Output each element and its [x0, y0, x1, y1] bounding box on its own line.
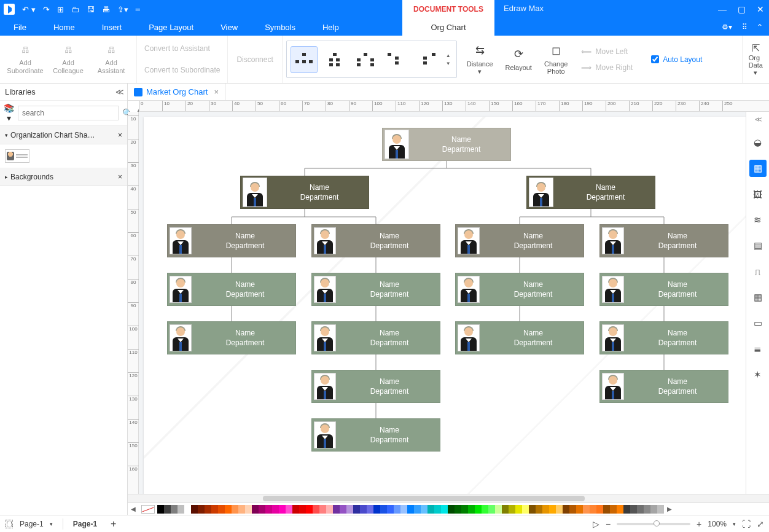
menu-symbols[interactable]: Symbols — [251, 23, 309, 32]
color-swatch[interactable] — [434, 505, 441, 514]
disconnect-button[interactable]: Disconnect — [228, 36, 282, 83]
color-swatch[interactable] — [259, 505, 265, 514]
color-swatch[interactable] — [387, 505, 394, 514]
qat-more-icon[interactable]: ═ — [136, 6, 140, 13]
org-node[interactable]: NameDepartment — [382, 128, 511, 161]
color-swatch[interactable] — [279, 505, 286, 514]
color-swatch[interactable] — [529, 505, 536, 514]
color-swatch[interactable] — [468, 505, 475, 514]
color-swatch[interactable] — [637, 505, 644, 514]
color-swatch[interactable] — [394, 505, 400, 514]
color-swatch[interactable] — [556, 505, 563, 514]
org-node[interactable]: NameDepartment — [240, 176, 369, 209]
color-swatch[interactable] — [536, 505, 542, 514]
menu-page-layout[interactable]: Page Layout — [135, 23, 207, 32]
colorbar-scroll-right[interactable]: ▶ — [664, 506, 675, 512]
color-swatch[interactable] — [421, 505, 427, 514]
color-swatch[interactable] — [610, 505, 617, 514]
zoom-slider[interactable] — [617, 523, 690, 525]
color-swatch[interactable] — [427, 505, 434, 514]
color-swatch[interactable] — [630, 505, 637, 514]
colorbar-scroll-left[interactable]: ◀ — [128, 506, 139, 512]
color-swatch[interactable] — [495, 505, 502, 514]
layout-option-2[interactable] — [321, 46, 348, 73]
color-swatch[interactable] — [549, 505, 556, 514]
color-swatch[interactable] — [191, 505, 198, 514]
menu-file[interactable]: File — [0, 23, 40, 32]
color-swatch[interactable] — [225, 505, 232, 514]
distance-button[interactable]: ⇆Distance▾ — [461, 36, 499, 83]
menu-home[interactable]: Home — [40, 23, 88, 32]
color-swatch[interactable] — [596, 505, 603, 514]
gallery-scroll[interactable]: ▲▼ — [444, 53, 453, 66]
color-swatch[interactable] — [313, 505, 319, 514]
color-swatch[interactable] — [286, 505, 292, 514]
layout-option-3[interactable] — [352, 46, 379, 73]
org-node[interactable]: NameDepartment — [311, 321, 440, 354]
color-swatch[interactable] — [515, 505, 522, 514]
new-icon[interactable]: ⊞ — [57, 5, 64, 14]
color-swatch[interactable] — [198, 505, 205, 514]
color-swatch[interactable] — [650, 505, 657, 514]
color-swatch[interactable] — [644, 505, 650, 514]
status-page-current[interactable]: Page-1 — [73, 520, 97, 528]
color-swatch[interactable] — [623, 505, 630, 514]
close-lib-section-icon[interactable]: × — [118, 131, 122, 139]
color-swatch[interactable] — [414, 505, 421, 514]
add-page-button[interactable]: + — [111, 518, 116, 530]
color-swatch[interactable] — [576, 505, 583, 514]
color-swatch[interactable] — [238, 505, 245, 514]
color-swatch[interactable] — [218, 505, 225, 514]
undo-icon[interactable]: ↶ ▾ — [22, 5, 36, 14]
convert-subordinate-button[interactable]: Convert to Subordinate — [144, 66, 220, 74]
color-swatch[interactable] — [488, 505, 495, 514]
color-swatch[interactable] — [583, 505, 590, 514]
color-swatch[interactable] — [319, 505, 326, 514]
color-swatch[interactable] — [569, 505, 576, 514]
org-node[interactable]: NameDepartment — [599, 321, 728, 354]
zoom-out-icon[interactable]: − — [606, 519, 611, 529]
close-lib-section-icon[interactable]: × — [118, 173, 122, 181]
maximize-button[interactable]: ▢ — [738, 4, 746, 14]
table-panel-icon[interactable]: ▦ — [749, 289, 767, 306]
print-icon[interactable]: 🖶 — [102, 5, 110, 14]
lib-section-backgrounds[interactable]: ▸Backgrounds × — [0, 168, 127, 186]
color-swatch[interactable] — [292, 505, 299, 514]
color-swatch[interactable] — [373, 505, 380, 514]
add-colleague-button[interactable]: 品Add Colleague — [47, 44, 90, 75]
org-node[interactable]: NameDepartment — [311, 418, 440, 452]
color-swatch[interactable] — [326, 505, 333, 514]
color-swatch[interactable] — [482, 505, 488, 514]
lib-section-org-shapes[interactable]: ▾Organization Chart Sha… × — [0, 126, 127, 144]
fill-panel-icon[interactable]: ◒ — [749, 134, 767, 151]
color-swatch[interactable] — [184, 505, 191, 514]
layout-option-1[interactable] — [291, 46, 318, 73]
collapse-ribbon-icon[interactable]: ⌃ — [757, 23, 763, 31]
color-swatch[interactable] — [360, 505, 367, 514]
color-swatch[interactable] — [346, 505, 353, 514]
color-swatch[interactable] — [265, 505, 272, 514]
theme-panel-icon[interactable]: ▦ — [749, 160, 767, 177]
chart-panel-icon[interactable]: ⎍ — [749, 263, 767, 280]
presentation-icon[interactable]: ▷ — [593, 519, 599, 529]
options-icon[interactable]: ⚙▾ — [722, 23, 732, 31]
color-swatch[interactable] — [461, 505, 468, 514]
color-swatch[interactable] — [367, 505, 373, 514]
canvas[interactable]: NameDepartmentNameDepartmentNameDepartme… — [139, 112, 746, 494]
color-swatch[interactable] — [455, 505, 461, 514]
org-node[interactable]: NameDepartment — [599, 224, 728, 257]
layout-option-4[interactable] — [383, 46, 410, 73]
close-button[interactable]: ✕ — [757, 4, 764, 14]
color-swatch[interactable] — [522, 505, 529, 514]
org-node[interactable]: NameDepartment — [311, 273, 440, 306]
color-swatch[interactable] — [245, 505, 252, 514]
page-nav-icon[interactable]: ⿴ — [5, 519, 14, 529]
color-swatch[interactable] — [617, 505, 623, 514]
color-swatch[interactable] — [353, 505, 360, 514]
relayout-button[interactable]: ⟳Relayout — [499, 36, 538, 83]
horizontal-scrollbar[interactable] — [128, 494, 769, 503]
add-subordinate-button[interactable]: 品Add Subordinate — [4, 44, 47, 75]
document-tab-market[interactable]: Market Org Chart × — [128, 84, 225, 101]
zoom-knob[interactable] — [654, 520, 660, 526]
apps-icon[interactable]: ⠿ — [742, 23, 747, 31]
